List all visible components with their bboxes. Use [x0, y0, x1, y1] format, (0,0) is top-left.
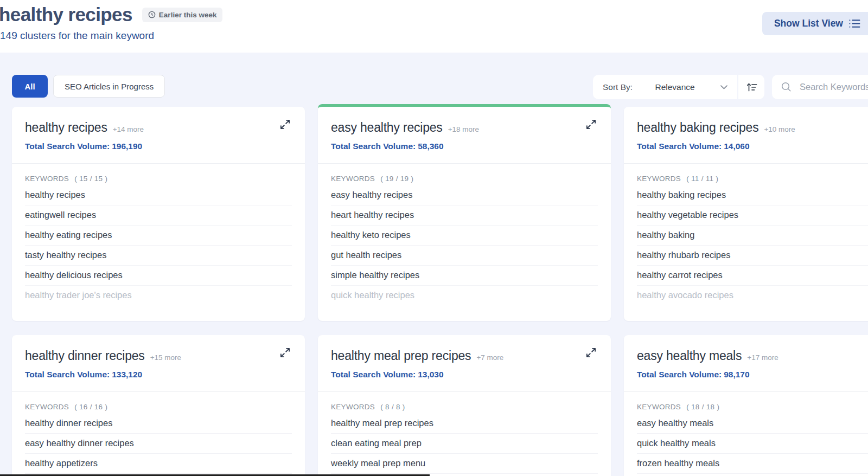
keyword-row[interactable]: healthy recipes — [25, 185, 292, 205]
sort-by-dropdown[interactable]: Sort By: Relevance — [593, 75, 737, 99]
expand-cluster-button[interactable] — [586, 346, 598, 358]
total-search-volume-label: Total Search Volume: — [637, 141, 722, 151]
page-title: healthy recipes — [0, 3, 132, 26]
keyword-list: easy healthy recipesheart healthy recipe… — [331, 185, 598, 305]
keyword-row[interactable]: gut health recipes — [331, 246, 598, 266]
keyword-list: healthy dinner recipeseasy healthy dinne… — [25, 414, 292, 474]
keyword-row[interactable]: heart healthy recipes — [331, 205, 598, 226]
cluster-card: healthy dinner recipes +15 more Total Se… — [12, 335, 305, 476]
expand-diagonal-icon — [586, 119, 598, 130]
filter-all-button[interactable]: All — [12, 75, 48, 98]
keyword-row[interactable]: healthy baking recipes — [637, 185, 868, 205]
card-title-row: healthy baking recipes +10 more — [637, 120, 868, 135]
card-title-row: easy healthy meals +17 more — [637, 349, 868, 363]
keyword-row[interactable]: healthy rhubarb recipes — [637, 246, 868, 266]
keywords-label: KEYWORDS — [25, 403, 69, 411]
keywords-count: ( 19 / 19 ) — [380, 175, 413, 183]
expand-cluster-button[interactable] — [586, 118, 598, 130]
total-search-volume: Total Search Volume:98,170 — [637, 370, 868, 379]
keyword-row[interactable]: frozen healthy meals — [637, 454, 868, 474]
keyword-row[interactable]: healthy vegetable recipes — [637, 205, 868, 226]
title-row: healthy recipes Earlier this week — [0, 3, 222, 26]
keywords-header: KEYWORDS ( 19 / 19 ) — [331, 175, 598, 183]
keywords-header: KEYWORDS ( 8 / 8 ) — [331, 403, 598, 411]
total-search-volume-value: 133,120 — [112, 370, 142, 379]
cluster-title: easy healthy recipes — [331, 120, 443, 135]
total-search-volume-value: 14,060 — [724, 141, 749, 151]
expand-diagonal-icon — [586, 348, 598, 358]
search-icon — [781, 82, 792, 92]
keyword-row[interactable]: healthy delicious recipes — [25, 266, 292, 286]
cluster-more-count: +18 more — [448, 125, 479, 133]
sort-direction-button[interactable] — [738, 75, 764, 99]
card-title-row: healthy meal prep recipes +7 more — [331, 349, 598, 363]
expand-diagonal-icon — [280, 119, 292, 130]
keyword-row[interactable]: eatingwell recipes — [25, 205, 292, 226]
total-search-volume: Total Search Volume:133,120 — [25, 370, 292, 379]
cluster-card: easy healthy recipes +18 more Total Sear… — [318, 104, 611, 321]
keyword-row[interactable]: healthy avocado recipes — [637, 286, 868, 305]
keyword-row[interactable]: healthy appetizers — [25, 454, 292, 474]
keywords-count: ( 18 / 18 ) — [686, 403, 719, 411]
show-list-view-label: Show List View — [774, 18, 843, 29]
keywords-count: ( 8 / 8 ) — [380, 403, 405, 411]
cluster-title: healthy dinner recipes — [25, 349, 145, 363]
keywords-count: ( 15 / 15 ) — [74, 175, 107, 183]
keyword-row[interactable]: healthy trader joe's recipes — [25, 286, 292, 305]
keywords-header: KEYWORDS ( 15 / 15 ) — [25, 175, 292, 183]
keyword-list: easy healthy mealsquick healthy mealsfro… — [637, 414, 868, 474]
top-header: healthy recipes Earlier this week 149 cl… — [0, 0, 868, 53]
cluster-card: healthy baking recipes +10 more Total Se… — [624, 107, 868, 321]
keywords-header: KEYWORDS ( 11 / 11 ) — [637, 175, 868, 183]
total-search-volume-value: 13,030 — [418, 370, 443, 379]
total-search-volume-label: Total Search Volume: — [25, 370, 110, 379]
total-search-volume: Total Search Volume:14,060 — [637, 141, 868, 151]
card-title-row: healthy dinner recipes +15 more — [25, 349, 292, 363]
search-keywords-input[interactable] — [799, 81, 868, 93]
cluster-more-count: +14 more — [113, 125, 144, 133]
sort-by-label: Sort By: — [603, 82, 633, 92]
sort-ascending-icon — [746, 82, 757, 93]
clock-icon — [148, 11, 156, 18]
keyword-list: healthy meal prep recipesclean eating me… — [331, 414, 598, 474]
expand-cluster-button[interactable] — [280, 346, 292, 358]
cluster-more-count: +7 more — [476, 353, 503, 362]
show-list-view-button[interactable]: Show List View — [762, 12, 868, 35]
total-search-volume-label: Total Search Volume: — [331, 370, 416, 379]
keyword-row[interactable]: healthy baking — [637, 226, 868, 246]
keywords-header: KEYWORDS ( 18 / 18 ) — [637, 403, 868, 411]
keyword-row[interactable]: easy healthy dinner recipes — [25, 434, 292, 454]
keywords-label: KEYWORDS — [637, 175, 681, 183]
cluster-more-count: +15 more — [150, 353, 181, 362]
card-divider — [624, 391, 868, 392]
total-search-volume: Total Search Volume:13,030 — [331, 370, 598, 379]
keyword-list: healthy recipeseatingwell recipeshealthy… — [25, 185, 292, 305]
keyword-list: healthy baking recipeshealthy vegetable … — [637, 185, 868, 305]
card-divider — [12, 163, 305, 164]
filter-seo-articles-button[interactable]: SEO Articles in Progress — [53, 75, 165, 98]
keyword-row[interactable]: quick healthy recipes — [331, 286, 598, 305]
cluster-title: healthy recipes — [25, 120, 107, 135]
keywords-label: KEYWORDS — [331, 175, 375, 183]
total-search-volume-value: 196,190 — [112, 141, 142, 151]
keyword-row[interactable]: healthy eating recipes — [25, 226, 292, 246]
time-badge: Earlier this week — [142, 8, 223, 22]
keyword-row[interactable]: healthy carrot recipes — [637, 266, 868, 286]
expand-cluster-button[interactable] — [280, 118, 292, 130]
keyword-row[interactable]: healthy keto recipes — [331, 226, 598, 246]
keyword-row[interactable]: healthy meal prep recipes — [331, 414, 598, 434]
keyword-row[interactable]: simple healthy recipes — [331, 266, 598, 286]
keyword-row[interactable]: tasty healthy recipes — [25, 246, 292, 266]
total-search-volume-label: Total Search Volume: — [331, 141, 416, 151]
total-search-volume-value: 98,170 — [724, 370, 749, 379]
cluster-more-count: +17 more — [747, 353, 778, 362]
keywords-count: ( 16 / 16 ) — [74, 403, 107, 411]
cluster-more-count: +10 more — [764, 125, 795, 133]
keyword-row[interactable]: quick healthy meals — [637, 434, 868, 454]
keyword-row[interactable]: easy healthy meals — [637, 414, 868, 434]
keyword-row[interactable]: clean eating meal prep — [331, 434, 598, 454]
total-search-volume: Total Search Volume:58,360 — [331, 141, 598, 151]
keyword-row[interactable]: weekly meal prep menu — [331, 454, 598, 474]
keyword-row[interactable]: easy healthy recipes — [331, 185, 598, 205]
keyword-row[interactable]: healthy dinner recipes — [25, 414, 292, 434]
